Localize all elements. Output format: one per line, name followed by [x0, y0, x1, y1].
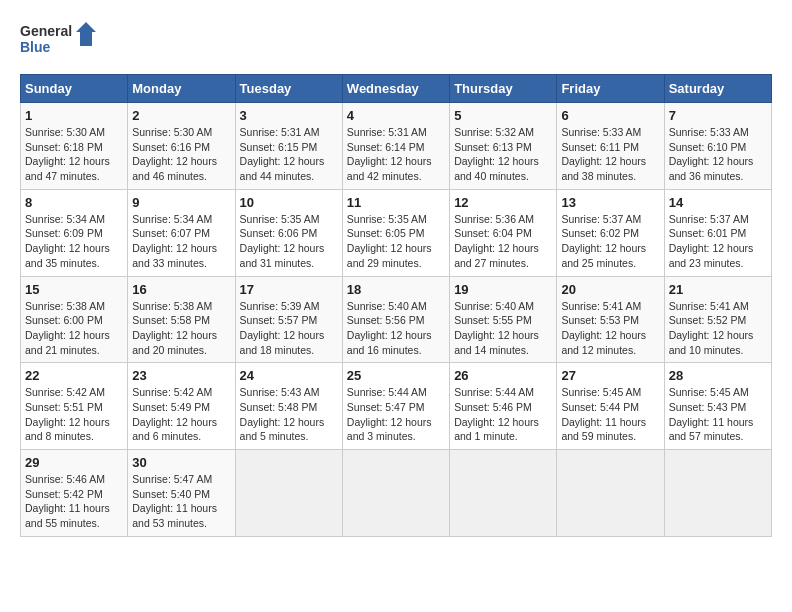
- logo: General Blue: [20, 20, 100, 64]
- calendar-cell: 11Sunrise: 5:35 AMSunset: 6:05 PMDayligh…: [342, 189, 449, 276]
- day-of-week-header: Saturday: [664, 75, 771, 103]
- day-number: 12: [454, 195, 552, 210]
- day-number: 20: [561, 282, 659, 297]
- day-of-week-header: Sunday: [21, 75, 128, 103]
- day-number: 5: [454, 108, 552, 123]
- calendar-cell: [342, 450, 449, 537]
- svg-text:Blue: Blue: [20, 39, 51, 55]
- calendar-cell: 21Sunrise: 5:41 AMSunset: 5:52 PMDayligh…: [664, 276, 771, 363]
- calendar-cell: 6Sunrise: 5:33 AMSunset: 6:11 PMDaylight…: [557, 103, 664, 190]
- calendar-cell: 15Sunrise: 5:38 AMSunset: 6:00 PMDayligh…: [21, 276, 128, 363]
- day-number: 14: [669, 195, 767, 210]
- page-header: General Blue: [20, 20, 772, 64]
- day-info: Sunrise: 5:41 AMSunset: 5:52 PMDaylight:…: [669, 299, 767, 358]
- day-info: Sunrise: 5:32 AMSunset: 6:13 PMDaylight:…: [454, 125, 552, 184]
- day-info: Sunrise: 5:37 AMSunset: 6:02 PMDaylight:…: [561, 212, 659, 271]
- calendar-cell: 14Sunrise: 5:37 AMSunset: 6:01 PMDayligh…: [664, 189, 771, 276]
- calendar-row: 15Sunrise: 5:38 AMSunset: 6:00 PMDayligh…: [21, 276, 772, 363]
- day-info: Sunrise: 5:31 AMSunset: 6:14 PMDaylight:…: [347, 125, 445, 184]
- day-number: 18: [347, 282, 445, 297]
- day-number: 16: [132, 282, 230, 297]
- day-number: 23: [132, 368, 230, 383]
- day-info: Sunrise: 5:47 AMSunset: 5:40 PMDaylight:…: [132, 472, 230, 531]
- day-info: Sunrise: 5:39 AMSunset: 5:57 PMDaylight:…: [240, 299, 338, 358]
- calendar-cell: 2Sunrise: 5:30 AMSunset: 6:16 PMDaylight…: [128, 103, 235, 190]
- day-number: 29: [25, 455, 123, 470]
- calendar-cell: 23Sunrise: 5:42 AMSunset: 5:49 PMDayligh…: [128, 363, 235, 450]
- logo-svg: General Blue: [20, 20, 100, 64]
- day-number: 4: [347, 108, 445, 123]
- calendar-cell: [235, 450, 342, 537]
- calendar-cell: 4Sunrise: 5:31 AMSunset: 6:14 PMDaylight…: [342, 103, 449, 190]
- day-number: 7: [669, 108, 767, 123]
- calendar-cell: 13Sunrise: 5:37 AMSunset: 6:02 PMDayligh…: [557, 189, 664, 276]
- calendar-row: 1Sunrise: 5:30 AMSunset: 6:18 PMDaylight…: [21, 103, 772, 190]
- day-number: 3: [240, 108, 338, 123]
- calendar-cell: 8Sunrise: 5:34 AMSunset: 6:09 PMDaylight…: [21, 189, 128, 276]
- calendar-cell: 1Sunrise: 5:30 AMSunset: 6:18 PMDaylight…: [21, 103, 128, 190]
- day-number: 8: [25, 195, 123, 210]
- day-info: Sunrise: 5:44 AMSunset: 5:47 PMDaylight:…: [347, 385, 445, 444]
- calendar-cell: [664, 450, 771, 537]
- day-number: 1: [25, 108, 123, 123]
- calendar-cell: 16Sunrise: 5:38 AMSunset: 5:58 PMDayligh…: [128, 276, 235, 363]
- day-of-week-header: Tuesday: [235, 75, 342, 103]
- day-info: Sunrise: 5:31 AMSunset: 6:15 PMDaylight:…: [240, 125, 338, 184]
- calendar-cell: 7Sunrise: 5:33 AMSunset: 6:10 PMDaylight…: [664, 103, 771, 190]
- calendar-table: SundayMondayTuesdayWednesdayThursdayFrid…: [20, 74, 772, 537]
- day-of-week-header: Friday: [557, 75, 664, 103]
- day-number: 10: [240, 195, 338, 210]
- day-info: Sunrise: 5:46 AMSunset: 5:42 PMDaylight:…: [25, 472, 123, 531]
- day-info: Sunrise: 5:33 AMSunset: 6:10 PMDaylight:…: [669, 125, 767, 184]
- day-of-week-header: Thursday: [450, 75, 557, 103]
- calendar-cell: [450, 450, 557, 537]
- calendar-cell: 28Sunrise: 5:45 AMSunset: 5:43 PMDayligh…: [664, 363, 771, 450]
- calendar-cell: 18Sunrise: 5:40 AMSunset: 5:56 PMDayligh…: [342, 276, 449, 363]
- day-number: 21: [669, 282, 767, 297]
- day-number: 28: [669, 368, 767, 383]
- calendar-cell: 5Sunrise: 5:32 AMSunset: 6:13 PMDaylight…: [450, 103, 557, 190]
- day-info: Sunrise: 5:38 AMSunset: 6:00 PMDaylight:…: [25, 299, 123, 358]
- day-number: 22: [25, 368, 123, 383]
- day-info: Sunrise: 5:43 AMSunset: 5:48 PMDaylight:…: [240, 385, 338, 444]
- day-number: 24: [240, 368, 338, 383]
- calendar-cell: 30Sunrise: 5:47 AMSunset: 5:40 PMDayligh…: [128, 450, 235, 537]
- calendar-cell: 29Sunrise: 5:46 AMSunset: 5:42 PMDayligh…: [21, 450, 128, 537]
- day-number: 11: [347, 195, 445, 210]
- day-number: 27: [561, 368, 659, 383]
- calendar-cell: 20Sunrise: 5:41 AMSunset: 5:53 PMDayligh…: [557, 276, 664, 363]
- day-info: Sunrise: 5:37 AMSunset: 6:01 PMDaylight:…: [669, 212, 767, 271]
- calendar-cell: 19Sunrise: 5:40 AMSunset: 5:55 PMDayligh…: [450, 276, 557, 363]
- day-number: 6: [561, 108, 659, 123]
- day-number: 25: [347, 368, 445, 383]
- day-of-week-header: Monday: [128, 75, 235, 103]
- day-info: Sunrise: 5:35 AMSunset: 6:06 PMDaylight:…: [240, 212, 338, 271]
- day-info: Sunrise: 5:35 AMSunset: 6:05 PMDaylight:…: [347, 212, 445, 271]
- day-number: 15: [25, 282, 123, 297]
- day-info: Sunrise: 5:34 AMSunset: 6:07 PMDaylight:…: [132, 212, 230, 271]
- calendar-cell: 12Sunrise: 5:36 AMSunset: 6:04 PMDayligh…: [450, 189, 557, 276]
- svg-text:General: General: [20, 23, 72, 39]
- calendar-cell: 27Sunrise: 5:45 AMSunset: 5:44 PMDayligh…: [557, 363, 664, 450]
- calendar-cell: 26Sunrise: 5:44 AMSunset: 5:46 PMDayligh…: [450, 363, 557, 450]
- day-info: Sunrise: 5:30 AMSunset: 6:16 PMDaylight:…: [132, 125, 230, 184]
- calendar-cell: 10Sunrise: 5:35 AMSunset: 6:06 PMDayligh…: [235, 189, 342, 276]
- calendar-cell: [557, 450, 664, 537]
- day-number: 2: [132, 108, 230, 123]
- calendar-row: 8Sunrise: 5:34 AMSunset: 6:09 PMDaylight…: [21, 189, 772, 276]
- day-info: Sunrise: 5:36 AMSunset: 6:04 PMDaylight:…: [454, 212, 552, 271]
- day-number: 19: [454, 282, 552, 297]
- calendar-cell: 22Sunrise: 5:42 AMSunset: 5:51 PMDayligh…: [21, 363, 128, 450]
- day-info: Sunrise: 5:42 AMSunset: 5:49 PMDaylight:…: [132, 385, 230, 444]
- day-info: Sunrise: 5:40 AMSunset: 5:56 PMDaylight:…: [347, 299, 445, 358]
- day-info: Sunrise: 5:42 AMSunset: 5:51 PMDaylight:…: [25, 385, 123, 444]
- calendar-cell: 25Sunrise: 5:44 AMSunset: 5:47 PMDayligh…: [342, 363, 449, 450]
- day-info: Sunrise: 5:41 AMSunset: 5:53 PMDaylight:…: [561, 299, 659, 358]
- day-number: 9: [132, 195, 230, 210]
- day-number: 30: [132, 455, 230, 470]
- day-info: Sunrise: 5:30 AMSunset: 6:18 PMDaylight:…: [25, 125, 123, 184]
- day-of-week-header: Wednesday: [342, 75, 449, 103]
- day-info: Sunrise: 5:40 AMSunset: 5:55 PMDaylight:…: [454, 299, 552, 358]
- day-info: Sunrise: 5:44 AMSunset: 5:46 PMDaylight:…: [454, 385, 552, 444]
- day-info: Sunrise: 5:45 AMSunset: 5:44 PMDaylight:…: [561, 385, 659, 444]
